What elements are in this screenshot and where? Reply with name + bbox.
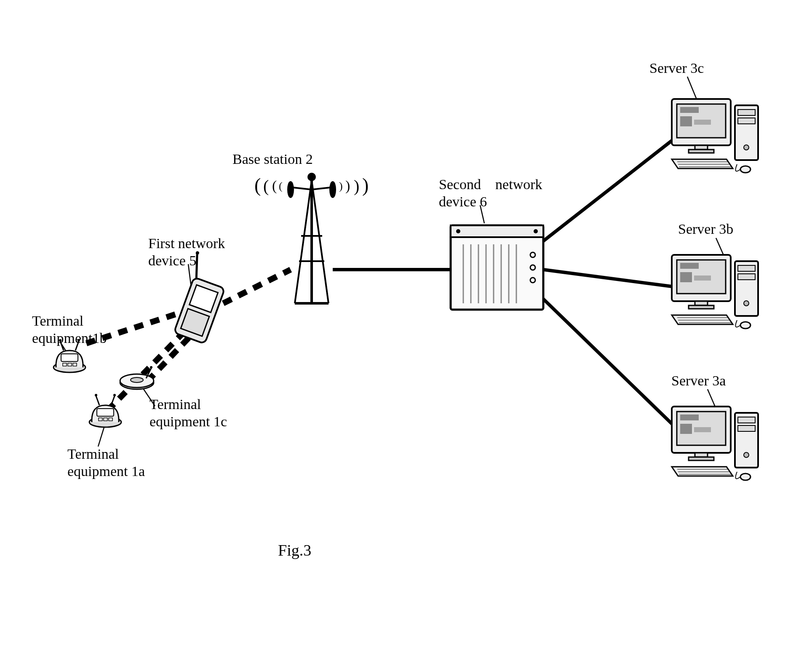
svg-point-33 bbox=[288, 182, 293, 197]
terminal-1c-label: Terminal equipment 1c bbox=[150, 396, 227, 431]
server-3b-label: Server 3b bbox=[678, 221, 733, 238]
server-3a-label: Server 3a bbox=[671, 372, 726, 390]
svg-line-14 bbox=[716, 238, 724, 257]
svg-text:): ) bbox=[345, 178, 350, 194]
figure-caption: Fig.3 bbox=[278, 541, 311, 560]
svg-line-5 bbox=[539, 139, 674, 244]
svg-line-27 bbox=[312, 180, 329, 303]
svg-text:): ) bbox=[362, 174, 369, 196]
second-network-device-label: Second network device 6 bbox=[439, 176, 542, 211]
svg-rect-37 bbox=[181, 309, 209, 336]
svg-line-7 bbox=[539, 295, 682, 434]
svg-line-13 bbox=[687, 77, 699, 105]
svg-line-26 bbox=[295, 180, 312, 303]
svg-line-6 bbox=[543, 270, 672, 286]
svg-point-34 bbox=[330, 182, 335, 197]
base-station-icon: ( ( ( ( ) ) ) ) bbox=[254, 174, 369, 303]
svg-text:(: ( bbox=[279, 180, 283, 192]
base-station-label: Base station 2 bbox=[232, 151, 313, 168]
svg-text:(: ( bbox=[272, 178, 277, 194]
svg-text:(: ( bbox=[263, 177, 269, 195]
svg-line-32 bbox=[312, 187, 331, 190]
terminal-1c-icon bbox=[120, 366, 154, 389]
server-3c-icon bbox=[672, 99, 758, 173]
second-network-device-icon bbox=[451, 225, 543, 310]
terminal-1b-label: Terminal equipment1b bbox=[32, 313, 107, 347]
server-3a-icon bbox=[672, 407, 758, 480]
svg-line-3 bbox=[223, 270, 291, 303]
svg-rect-36 bbox=[190, 285, 218, 312]
first-network-device-label: First network device 5 bbox=[148, 235, 225, 270]
svg-text:): ) bbox=[354, 177, 359, 195]
svg-text:(: ( bbox=[254, 174, 261, 196]
svg-point-24 bbox=[308, 174, 315, 180]
svg-text:): ) bbox=[339, 180, 343, 192]
terminal-1a-label: Terminal equipment 1a bbox=[67, 446, 145, 480]
dashed-links bbox=[86, 270, 291, 411]
terminal-1a-icon bbox=[89, 394, 121, 427]
server-3c-label: Server 3c bbox=[649, 60, 704, 77]
svg-line-31 bbox=[293, 187, 312, 190]
svg-rect-35 bbox=[174, 277, 225, 344]
svg-line-9 bbox=[98, 423, 105, 447]
svg-line-2 bbox=[147, 337, 190, 381]
svg-line-15 bbox=[708, 389, 716, 409]
server-3b-icon bbox=[672, 255, 758, 329]
